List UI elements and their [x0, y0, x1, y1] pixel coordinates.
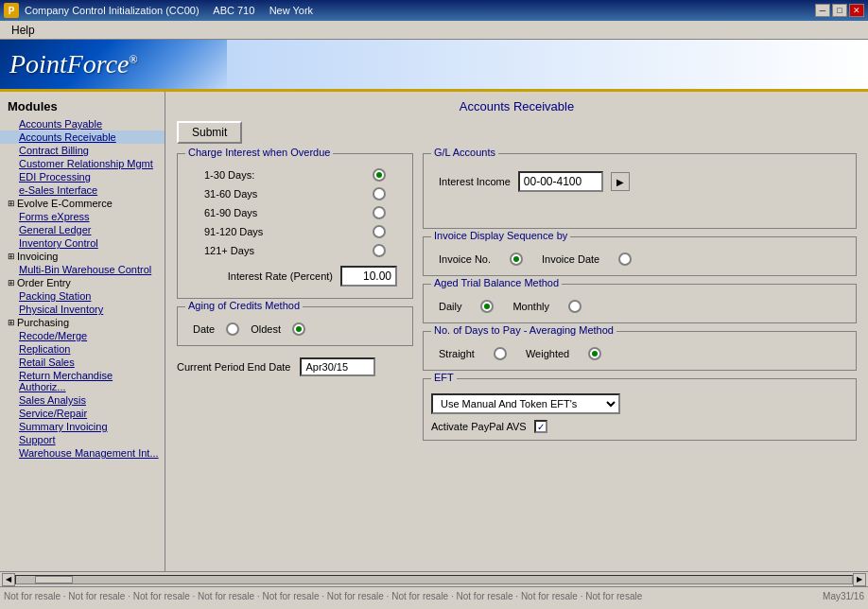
sidebar-item-invoicing[interactable]: ⊞Invoicing — [0, 250, 165, 263]
title-bar-title: Company Control Initialization (CC00) AB… — [25, 5, 313, 16]
aged-trial-group: Aged Trial Balance Method Daily Monthly — [423, 284, 857, 323]
days-to-pay-title: No. of Days to Pay - Averaging Method — [431, 324, 616, 336]
interest-income-label: Interest Income — [439, 176, 511, 187]
charge-interest-group: Charge Interest when Overdue 1-30 Days: … — [177, 153, 413, 299]
gl-accounts-group: G/L Accounts Interest Income ▶ — [423, 153, 857, 229]
sidebar-item-evolve[interactable]: ⊞Evolve E-Commerce — [0, 197, 165, 210]
interest-rate-input[interactable] — [340, 266, 397, 287]
sidebar-item-warehouse[interactable]: Warehouse Management Int... — [0, 446, 165, 460]
sidebar-item-contract-billing[interactable]: Contract Billing — [0, 144, 165, 157]
days-31-60-label: 31-60 Days — [204, 188, 257, 200]
title-bar: P Company Control Initialization (CC00) … — [0, 0, 868, 21]
sidebar-item-retail[interactable]: Retail Sales — [0, 356, 165, 369]
sidebar-item-esales[interactable]: e-Sales Interface — [0, 183, 165, 197]
sidebar-item-inventory[interactable]: Inventory Control — [0, 236, 165, 250]
current-period-row: Current Period End Date — [177, 354, 413, 380]
oldest-radio[interactable] — [292, 322, 305, 336]
app-icon: P — [4, 3, 19, 18]
date-radio[interactable] — [226, 322, 239, 336]
sidebar-item-summary-invoicing[interactable]: Summary Invoicing — [0, 420, 165, 433]
invoice-display-row: Invoice No. Invoice Date — [431, 249, 848, 270]
days-61-90-row: 61-90 Days — [185, 203, 405, 222]
interest-rate-row: Interest Rate (Percent) — [185, 260, 405, 292]
help-menu[interactable]: Help — [4, 22, 43, 39]
aged-trial-row: Daily Monthly — [431, 296, 848, 317]
sidebar-item-order-entry[interactable]: ⊞Order Entry — [0, 276, 165, 289]
days-91-120-radio[interactable] — [373, 225, 386, 238]
sidebar-item-rma[interactable]: Return Merchandise Authoriz... — [0, 369, 165, 393]
oldest-label: Oldest — [251, 323, 281, 335]
right-column: G/L Accounts Interest Income ▶ Invoice D… — [423, 153, 857, 441]
sidebar-item-recode[interactable]: Recode/Merge — [0, 329, 165, 342]
days-121-row: 121+ Days — [185, 241, 405, 260]
sidebar-item-support[interactable]: Support — [0, 433, 165, 446]
aging-credits-group: Aging of Credits Method Date Oldest — [177, 306, 413, 346]
eft-group: EFT Use Manual And Token EFT's Manual EF… — [423, 378, 857, 441]
days-31-60-row: 31-60 Days — [185, 184, 405, 203]
monthly-label: Monthly — [512, 301, 549, 312]
scroll-left-button[interactable]: ◀ — [2, 573, 15, 586]
sidebar-title: Modules — [0, 97, 165, 117]
scrollbar-area: ◀ ▶ — [0, 571, 868, 586]
days-1-30-row: 1-30 Days: — [185, 165, 405, 184]
header-area: PointForce® — [0, 40, 868, 92]
scrollbar-track — [15, 575, 853, 584]
main-layout: Modules Accounts Payable Accounts Receiv… — [0, 92, 868, 571]
minimize-button[interactable]: ─ — [815, 4, 830, 17]
invoice-no-radio[interactable] — [510, 252, 523, 266]
days-121-radio[interactable] — [373, 244, 386, 257]
sidebar-item-multibin[interactable]: Multi-Bin Warehouse Control — [0, 263, 165, 276]
paypal-row: Activate PayPal AVS ✓ — [431, 417, 848, 436]
sidebar-item-crm[interactable]: Customer Relationship Mgmt — [0, 157, 165, 170]
sidebar-item-service[interactable]: Service/Repair — [0, 407, 165, 420]
sidebar-item-sales-analysis[interactable]: Sales Analysis — [0, 393, 165, 407]
weighted-label: Weighted — [526, 348, 569, 359]
sidebar-item-accounts-receivable[interactable]: Accounts Receivable — [0, 130, 165, 144]
interest-income-input[interactable] — [518, 171, 603, 192]
days-31-60-radio[interactable] — [373, 187, 386, 200]
days-61-90-radio[interactable] — [373, 206, 386, 219]
gl-lookup-button[interactable]: ▶ — [611, 172, 630, 191]
watermark-text: Not for resale · Not for resale · Not fo… — [4, 591, 815, 601]
sidebar-item-purchasing[interactable]: ⊞Purchasing — [0, 316, 165, 329]
sidebar-item-accounts-payable[interactable]: Accounts Payable — [0, 117, 165, 130]
eft-title: EFT — [431, 372, 457, 383]
close-button[interactable]: ✕ — [849, 4, 864, 17]
title-bar-buttons: ─ □ ✕ — [815, 4, 864, 17]
days-1-30-radio[interactable] — [373, 168, 386, 182]
paypal-label: Activate PayPal AVS — [431, 421, 527, 432]
aging-credits-title: Aging of Credits Method — [185, 300, 303, 311]
paypal-checkbox[interactable]: ✓ — [534, 420, 547, 433]
header-right — [227, 40, 868, 89]
sidebar-item-gl[interactable]: General Ledger — [0, 223, 165, 236]
days-91-120-label: 91-120 Days — [204, 226, 263, 237]
sidebar-item-physical-inventory[interactable]: Physical Inventory — [0, 303, 165, 316]
days-61-90-label: 61-90 Days — [204, 207, 257, 218]
maximize-button[interactable]: □ — [832, 4, 847, 17]
sidebar: Modules Accounts Payable Accounts Receiv… — [0, 92, 165, 571]
main-columns: Charge Interest when Overdue 1-30 Days: … — [177, 153, 857, 441]
invoice-no-label: Invoice No. — [439, 253, 491, 265]
content-area: Accounts Receivable Submit Charge Intere… — [165, 92, 868, 571]
sidebar-item-edi[interactable]: EDI Processing — [0, 170, 165, 183]
eft-select[interactable]: Use Manual And Token EFT's Manual EFT On… — [431, 393, 620, 414]
invoice-date-radio[interactable] — [618, 252, 632, 266]
sidebar-item-packing[interactable]: Packing Station — [0, 289, 165, 303]
days-to-pay-group: No. of Days to Pay - Averaging Method St… — [423, 331, 857, 371]
straight-radio[interactable] — [494, 347, 507, 360]
weighted-radio[interactable] — [588, 347, 601, 360]
sidebar-item-replication[interactable]: Replication — [0, 342, 165, 356]
straight-label: Straight — [439, 348, 475, 359]
days-1-30-label: 1-30 Days: — [204, 169, 254, 181]
daily-radio[interactable] — [480, 300, 494, 313]
eft-select-row: Use Manual And Token EFT's Manual EFT On… — [431, 391, 848, 417]
daily-label: Daily — [439, 301, 461, 312]
days-to-pay-row: Straight Weighted — [431, 343, 848, 364]
current-period-input[interactable] — [300, 357, 375, 376]
monthly-radio[interactable] — [568, 300, 582, 313]
sidebar-item-forms[interactable]: Forms eXpress — [0, 210, 165, 223]
scroll-right-button[interactable]: ▶ — [853, 573, 866, 586]
days-121-label: 121+ Days — [204, 245, 254, 256]
submit-button[interactable]: Submit — [177, 121, 242, 144]
scrollbar-thumb[interactable] — [35, 576, 73, 583]
